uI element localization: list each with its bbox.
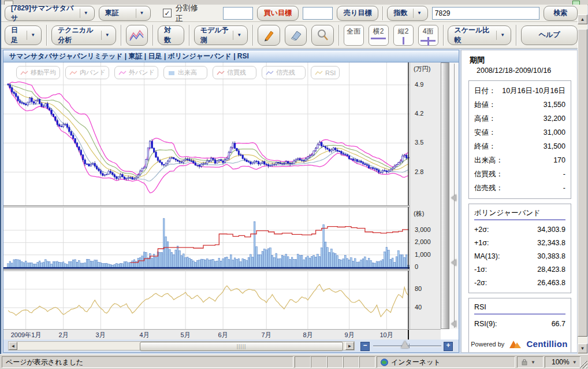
scrollbar-thumb[interactable] xyxy=(578,29,587,337)
row-label: 安値： xyxy=(474,128,496,138)
rsi-title: RSI xyxy=(474,301,565,313)
log-scale-button[interactable]: 対数 xyxy=(158,25,184,45)
powered-by: Powered by Centillion xyxy=(462,339,577,349)
status-security-cell[interactable]: ▼ xyxy=(517,356,544,368)
x-axis-label-strip: 2009年1月2月3月4月5月6月7月8月9月10月 xyxy=(3,329,441,340)
scroll-right-button[interactable]: ► xyxy=(345,342,354,350)
legend-label: 出来高 xyxy=(178,68,197,77)
rsi-panel[interactable] xyxy=(3,271,410,329)
sell-target-button[interactable]: 売り目標 xyxy=(337,6,378,21)
scroll-down-button[interactable]: ▼ xyxy=(578,344,587,353)
model-forecast-select[interactable]: モデル予測 ▼ xyxy=(194,25,248,45)
legend-label: 移動平均 xyxy=(31,68,56,77)
legend-inner-band[interactable]: 内バンド xyxy=(65,66,109,79)
buy-target-input[interactable] xyxy=(223,7,253,20)
axis-tick-label: 4.9 xyxy=(415,81,423,88)
row-label: +2σ: xyxy=(474,226,489,234)
rsi-scale-slider-thumb[interactable] xyxy=(451,320,456,327)
row-value: 32,343.8 xyxy=(537,239,565,247)
buy-target-button[interactable]: 買い目標 xyxy=(257,6,299,21)
x-axis-month-label: 8月 xyxy=(303,331,312,340)
grip-icon: ||||| xyxy=(237,344,247,349)
row-label: 始値： xyxy=(474,100,496,110)
toolbar-symbol: [7829]サマンサタバサ ▼ 東証 ▼ ✓ 分割修正 買い目標 売り目標 指数… xyxy=(1,5,578,22)
volume-panel[interactable] xyxy=(3,207,410,269)
code-input[interactable] xyxy=(432,7,539,20)
status-zoom-cell[interactable]: 100% ▼ xyxy=(545,356,580,368)
axis-tick-label: 2,000 xyxy=(415,238,431,245)
scrollbar-thumb[interactable]: ||||| xyxy=(140,342,343,351)
legend-moving-average[interactable]: 移動平均 xyxy=(16,66,60,79)
zoom-out-button[interactable]: − xyxy=(360,342,370,351)
slider-tick xyxy=(409,344,410,348)
price-scale-slider-thumb[interactable] xyxy=(451,194,456,201)
volume-scale-slider-thumb[interactable] xyxy=(451,259,456,266)
window-left-border xyxy=(0,0,1,354)
symbol-select[interactable]: [7829]サマンサタバサ ▼ xyxy=(5,6,95,21)
chart-horizontal-scrollbar[interactable]: ◄ ||||| ► xyxy=(8,341,355,350)
buy-target-label: 買い目標 xyxy=(264,8,292,18)
legend-margin-sell[interactable]: 信売残 xyxy=(262,66,306,79)
draw-pencil-button[interactable] xyxy=(258,25,280,46)
powered-by-label: Powered by xyxy=(471,341,504,348)
layout-vertical2-button[interactable]: 縦2 xyxy=(393,25,414,46)
y-axis-column: (万円) (株) 4.94.23.52.83,0002,0001,0000804… xyxy=(410,62,441,329)
quad-split-icon xyxy=(420,37,436,45)
help-button[interactable]: ヘルプ xyxy=(521,25,578,45)
legend-label: 外バンド xyxy=(129,68,155,77)
chart-legend: 移動平均 内バンド 外バンド 出来高 信買残 xyxy=(16,66,340,79)
row-label: MA(13): xyxy=(474,252,500,260)
quote-row-low: 安値： 31,000 xyxy=(474,126,565,139)
search-button[interactable]: 検索 xyxy=(544,6,578,21)
scroll-left-button[interactable]: ◄ xyxy=(9,342,17,350)
legend-margin-buy[interactable]: 信買残 xyxy=(213,66,256,79)
zoom-in-button[interactable]: + xyxy=(444,342,453,351)
bollinger-title: ボリンジャーバンド xyxy=(474,207,565,219)
sell-target-input[interactable] xyxy=(303,7,333,20)
status-cell xyxy=(327,356,343,368)
resize-grip[interactable] xyxy=(580,361,587,368)
chevron-down-icon: ▼ xyxy=(531,360,535,365)
line-series-icon xyxy=(118,70,126,76)
row-value: 10月16日-10月16日 xyxy=(502,86,565,96)
split-adjust-checkbox[interactable]: ✓ xyxy=(163,9,172,17)
index-select[interactable]: 指数 ▼ xyxy=(387,6,427,21)
toolbar-chart-tools: 日足 ▼ テクニカル分析 ▼ 対数 モデル予測 ▼ xyxy=(1,22,578,49)
row-value: 34,303.9 xyxy=(537,226,565,234)
layout-quad-label: 4面 xyxy=(423,27,434,36)
row-label: 日付： xyxy=(474,86,496,96)
legend-outer-band[interactable]: 外バンド xyxy=(114,66,158,79)
chevron-down-icon: ▼ xyxy=(233,31,241,40)
scale-compare-select[interactable]: スケール比較 ▼ xyxy=(448,25,511,45)
scroll-up-button[interactable]: ▲ xyxy=(578,14,587,24)
row-value: 31,000 xyxy=(544,128,565,136)
row-label: 信買残： xyxy=(474,169,503,179)
line-series-icon xyxy=(20,70,28,76)
legend-label: RSI xyxy=(325,69,336,76)
row-label: +1σ: xyxy=(474,239,489,247)
zoom-tool-button[interactable] xyxy=(311,25,334,46)
legend-label: 内バンド xyxy=(80,68,106,77)
legend-rsi[interactable]: RSI xyxy=(311,66,340,79)
legend-volume[interactable]: 出来高 xyxy=(163,66,207,79)
chart-vertical-scrollbar[interactable] xyxy=(441,62,449,329)
layout-quad-button[interactable]: 4面 xyxy=(418,25,438,46)
technical-analysis-select[interactable]: テクニカル分析 ▼ xyxy=(51,25,116,45)
layout-full-button[interactable]: 全面 xyxy=(344,25,364,46)
period-select[interactable]: 日足 ▼ xyxy=(5,25,42,45)
chart-type-button[interactable] xyxy=(126,25,148,46)
price-panel[interactable] xyxy=(3,62,410,205)
exchange-select[interactable]: 東証 ▼ xyxy=(99,6,151,21)
chevron-down-icon: ▼ xyxy=(27,31,35,40)
bollinger-row-plus2: +2σ: 34,303.9 xyxy=(474,223,565,236)
lock-icon xyxy=(521,359,528,366)
layout-horizontal2-button[interactable]: 横2 xyxy=(369,25,389,46)
chart-window: サマンサタバサジャパンリミテッド | 東証 | 日足 | ボリンジャーバンド |… xyxy=(3,50,459,353)
zoom-slider-thumb[interactable] xyxy=(401,341,409,348)
technical-analysis-label: テクニカル分析 xyxy=(58,25,98,45)
layout-vertical2-label: 縦2 xyxy=(398,27,409,36)
browser-vertical-scrollbar[interactable]: ▲ ▼ xyxy=(578,5,587,354)
status-cell xyxy=(311,356,327,368)
eraser-button[interactable] xyxy=(285,25,307,46)
x-axis-month-label: 9月 xyxy=(344,331,354,340)
